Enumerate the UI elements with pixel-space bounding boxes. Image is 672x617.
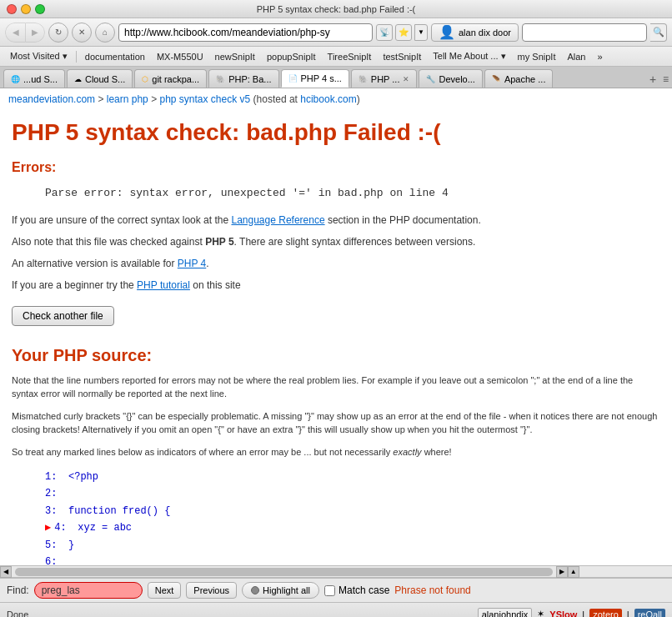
separator2-icon: | <box>582 609 584 618</box>
minimize-button[interactable] <box>21 4 31 14</box>
tab-1[interactable]: ☁ Cloud S... <box>67 69 133 88</box>
bookmark-mysnip[interactable]: my SnipIt <box>513 50 561 63</box>
tab-favicon-5: 🐘 <box>359 75 368 83</box>
source-note-2: Mismatched curly brackets "{}" can be es… <box>12 409 660 437</box>
separator-icon: ✶ <box>537 609 544 617</box>
scroll-right-button[interactable]: ▶ <box>556 566 568 578</box>
breadcrumb-site[interactable]: meandeviation.com <box>8 93 95 105</box>
yslow-icon[interactable]: YSlow <box>549 609 577 618</box>
maximize-button[interactable] <box>35 4 45 14</box>
scroll-left-button[interactable]: ◀ <box>0 566 12 578</box>
reload-button[interactable]: ↻ <box>48 23 68 43</box>
bookmark-tireesnip[interactable]: TireeSnipIt <box>323 50 377 63</box>
check-another-button[interactable]: Check another file <box>12 306 114 326</box>
scroll-thumb[interactable] <box>15 568 553 576</box>
alanjohndix-icon[interactable]: alanjohndix <box>478 608 533 618</box>
bookmark-newsnip[interactable]: newSnipIt <box>210 50 260 63</box>
php4-link[interactable]: PHP 4 <box>178 258 206 269</box>
find-next-button[interactable]: Next <box>148 582 182 599</box>
code-line-1: 1: <?php <box>45 469 660 485</box>
tab-favicon-0: 🌐 <box>11 75 20 83</box>
tab-4[interactable]: 📄 PHP 4 s... <box>281 69 349 88</box>
tab-favicon-3: 🐘 <box>216 75 225 83</box>
horizontal-scrollbar[interactable]: ◀ ▶ ▲ <box>0 565 672 577</box>
tab-5[interactable]: 🐘 PHP ... ✕ <box>351 69 418 88</box>
bookmarks-bar: Most Visited ▾ documentation MX-M550U ne… <box>0 47 672 67</box>
php-tutorial-link[interactable]: PHP tutorial <box>137 279 190 291</box>
error-code: Parse error: syntax error, unexpected '=… <box>45 187 660 199</box>
phrase-not-found: Phrase not found <box>394 584 470 596</box>
bookmark-alan[interactable]: Alan <box>562 50 590 63</box>
close-button[interactable] <box>7 4 17 14</box>
rss-icon[interactable]: 📡 <box>376 24 393 41</box>
tab-favicon-4: 📄 <box>288 74 298 83</box>
bookmark-documentation[interactable]: documentation <box>80 50 150 63</box>
window-controls <box>7 4 45 14</box>
tab-0[interactable]: 🌐 ...ud S... <box>3 69 65 88</box>
match-case-text: Match case <box>339 584 389 596</box>
back-button[interactable]: ◀ <box>5 23 25 43</box>
code-line-4-error: ▶ 4: xyz = abc <box>45 519 660 536</box>
bookmark-separator <box>76 51 77 63</box>
breadcrumb-hcibook[interactable]: hcibook.com <box>300 93 356 105</box>
profile-button[interactable]: 👤 alan dix door <box>431 23 519 42</box>
code-line-3: 3: function fred() { <box>45 503 660 519</box>
tab-6[interactable]: 🔧 Develo... <box>419 69 482 88</box>
match-case-checkbox[interactable] <box>324 585 335 596</box>
highlight-circle-icon <box>251 586 259 594</box>
title-bar: PHP 5 syntax check: bad.php Failed :-( <box>0 0 672 18</box>
nav-bar: ◀ ▶ ↻ ✕ ⌂ 📡 ⭐ ▼ 👤 alan dix door 🔍 <box>0 18 672 47</box>
find-label: Find: <box>7 584 29 596</box>
code-line-2: 2: <box>45 485 660 502</box>
stop-button[interactable]: ✕ <box>72 23 92 43</box>
code-line-6: 6: <box>45 554 660 565</box>
forward-button[interactable]: ▶ <box>25 23 45 43</box>
tabs-right: + ≡ <box>644 71 669 88</box>
profile-label: alan dix door <box>459 28 511 38</box>
status-bar: Done alanjohndix ✶ YSlow | zotero | reQa… <box>0 602 672 617</box>
breadcrumb: meandeviation.com > learn php > php synt… <box>0 88 672 110</box>
tab-close-5[interactable]: ✕ <box>403 75 409 83</box>
tab-2[interactable]: ⬡ git rackpa... <box>134 69 207 88</box>
tabs-menu-button[interactable]: ≡ <box>663 73 669 85</box>
search-go-button[interactable]: 🔍 <box>650 23 667 42</box>
bookmark-mx[interactable]: MX-M550U <box>152 50 208 63</box>
para-2: Also note that this file was checked aga… <box>12 234 660 249</box>
find-input[interactable] <box>34 582 143 599</box>
address-bar[interactable] <box>118 23 373 42</box>
tab-7[interactable]: 🪶 Apache ... <box>484 69 554 88</box>
tab-favicon-6: 🔧 <box>426 75 435 83</box>
search-input[interactable] <box>522 23 647 42</box>
window-title: PHP 5 syntax check: bad.php Failed :-( <box>257 4 416 14</box>
code-line-5: 5: } <box>45 537 660 554</box>
zotero-icon[interactable]: zotero <box>589 609 622 618</box>
breadcrumb-syntaxcheck[interactable]: php syntax check v5 <box>159 93 250 105</box>
reqall-icon[interactable]: reQall <box>634 609 665 618</box>
breadcrumb-learnphp[interactable]: learn php <box>107 93 148 105</box>
source-code: 1: <?php 2: 3: function fred() { ▶ 4: xy… <box>45 469 660 565</box>
error-arrow-icon: ▶ <box>45 519 51 536</box>
status-icons: alanjohndix ✶ YSlow | zotero | reQall <box>478 608 665 618</box>
tab-3[interactable]: 🐘 PHP: Ba... <box>208 69 278 88</box>
source-note-3: So treat any marked lines below as indic… <box>12 445 660 459</box>
para-1: If you are unsure of the correct syntax … <box>12 213 660 228</box>
bookmark-star-icon[interactable]: ⭐ <box>395 24 412 41</box>
highlight-all-button[interactable]: Highlight all <box>242 582 319 599</box>
home-button[interactable]: ⌂ <box>95 23 115 43</box>
bookmark-most-visited[interactable]: Most Visited ▾ <box>5 49 73 63</box>
tab-favicon-1: ☁ <box>74 75 82 83</box>
bookmark-testsnip[interactable]: testSnipIt <box>378 50 426 63</box>
match-case-label[interactable]: Match case <box>324 584 389 596</box>
bookmark-tellabout[interactable]: Tell Me About ... ▾ <box>428 49 510 63</box>
bookmark-dropdown[interactable]: ▼ <box>414 24 428 41</box>
para-3: An alternative version is available for … <box>12 256 660 271</box>
find-previous-button[interactable]: Previous <box>186 582 237 599</box>
status-text: Done <box>7 609 471 618</box>
scroll-up-button[interactable]: ▲ <box>568 566 579 578</box>
new-tab-button[interactable]: + <box>644 71 661 88</box>
errors-heading: Errors: <box>12 160 660 175</box>
bookmark-more[interactable]: » <box>592 50 607 63</box>
language-ref-link[interactable]: Language Reference <box>231 214 324 226</box>
bookmark-popupsnip[interactable]: popupSnipIt <box>262 50 321 63</box>
source-note-1: Note that the line numbers reported for … <box>12 374 660 401</box>
